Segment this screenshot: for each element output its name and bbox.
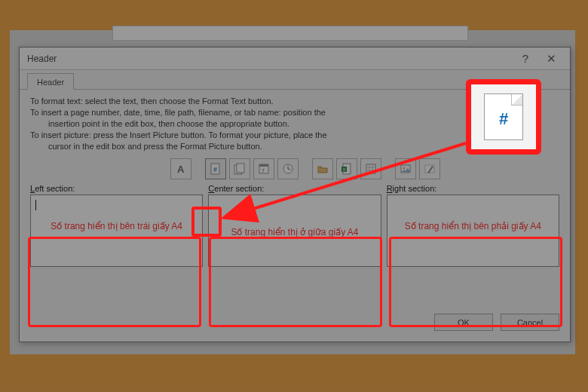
svg-rect-14 <box>366 164 375 173</box>
dialog-title: Header <box>27 54 513 64</box>
insert-date-button[interactable]: 7 <box>253 158 274 179</box>
center-section-textbox[interactable]: Số trang hiển thị ở giữa giấy A4 <box>208 194 381 267</box>
insert-picture-button[interactable] <box>395 158 416 179</box>
format-picture-icon <box>424 163 436 175</box>
left-section-textbox[interactable]: Số trang hiển thị bên trái giấy A4 <box>30 194 203 267</box>
label-rest: eft section: <box>35 184 75 193</box>
text-icon: A <box>175 163 187 175</box>
label-rest: enter section: <box>214 184 264 193</box>
cancel-button[interactable]: Cancel <box>501 314 559 331</box>
insert-filepath-button[interactable] <box>312 158 333 179</box>
close-button[interactable]: ✕ <box>538 50 564 68</box>
insert-sheetname-button[interactable] <box>360 158 381 179</box>
svg-rect-4 <box>237 164 244 173</box>
header-toolbar: A # 7 <box>170 158 570 179</box>
format-picture-button[interactable] <box>419 158 440 179</box>
folder-icon <box>317 163 329 175</box>
center-section: Center section: Số trang hiển thị ở giữa… <box>208 184 381 267</box>
hash-glyph: # <box>499 109 508 129</box>
page-icon-large: # <box>484 93 523 140</box>
insert-time-button[interactable] <box>277 158 299 179</box>
callout-page-number-icon: # <box>466 79 541 155</box>
insert-filename-button[interactable]: X <box>336 158 357 179</box>
label-rest: ight section: <box>393 184 437 193</box>
dialog-action-row: OK Cancel <box>20 306 570 341</box>
right-section: Right section: Số trang hiển thị bên phả… <box>387 184 559 267</box>
svg-text:#: # <box>213 166 217 173</box>
left-section-label: Left section: <box>30 184 203 193</box>
annotation-text: Số trang hiển thị bên phải giấy A4 <box>392 221 554 231</box>
sheet-icon <box>365 163 377 175</box>
excel-file-icon: X <box>341 163 353 175</box>
sections-row: Left section: Số trang hiển thị bên trái… <box>20 184 570 267</box>
center-section-label: Center section: <box>208 184 381 193</box>
format-text-button[interactable]: A <box>170 158 191 179</box>
annotation-text: Số trang hiển thị bên trái giấy A4 <box>35 221 198 231</box>
right-section-label: Right section: <box>387 184 559 193</box>
ok-button[interactable]: OK <box>434 314 493 331</box>
svg-text:A: A <box>177 164 185 175</box>
picture-icon <box>400 163 412 175</box>
calendar-icon: 7 <box>258 163 270 175</box>
dialog-titlebar: Header ? ✕ <box>20 47 570 70</box>
accel-char: R <box>387 184 393 193</box>
help-button[interactable]: ? <box>513 50 538 68</box>
svg-text:7: 7 <box>262 168 265 173</box>
page-number-icon: # <box>210 163 222 175</box>
pages-icon <box>234 163 246 175</box>
svg-rect-6 <box>259 164 268 167</box>
insert-pages-button[interactable] <box>229 158 250 179</box>
text-cursor <box>35 200 36 210</box>
svg-point-20 <box>403 167 406 170</box>
right-section-textbox[interactable]: Số trang hiển thị bên phải giấy A4 <box>387 194 559 267</box>
insert-page-number-button[interactable]: # <box>205 158 226 179</box>
clock-icon <box>282 163 294 175</box>
annotation-text: Số trang hiển thị ở giữa giấy A4 <box>213 227 375 237</box>
tab-header[interactable]: Header <box>27 73 74 90</box>
svg-text:X: X <box>343 167 346 172</box>
left-section: Left section: Số trang hiển thị bên trái… <box>30 184 203 267</box>
